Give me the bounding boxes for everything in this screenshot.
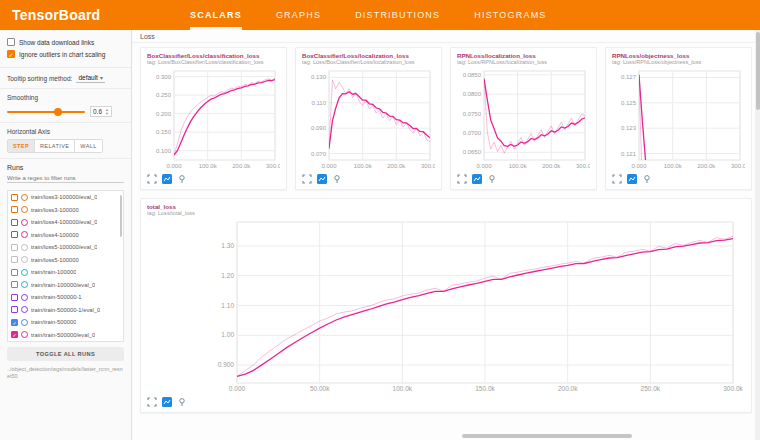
run-checkbox[interactable]	[11, 281, 18, 288]
axis-relative-button[interactable]: RELATIVE	[35, 140, 75, 152]
chart-tag: tag: Loss/BoxClassifier/Loss/localizatio…	[302, 59, 435, 65]
run-checkbox[interactable]: ✓	[11, 331, 18, 338]
run-item[interactable]: train/train-500000-1/eval_0	[8, 304, 123, 317]
fit-domain-icon[interactable]	[627, 174, 637, 184]
run-checkbox[interactable]	[11, 306, 18, 313]
fullscreen-icon[interactable]	[147, 397, 157, 407]
run-color-swatch	[21, 294, 28, 301]
tooltip-sort-select[interactable]: default ▾	[76, 73, 105, 83]
svg-text:100.0k: 100.0k	[354, 163, 373, 169]
pin-icon[interactable]	[177, 174, 187, 184]
svg-text:0.0800: 0.0800	[463, 91, 482, 97]
tab-graphs[interactable]: GRAPHS	[276, 0, 321, 30]
run-checkbox[interactable]	[11, 244, 18, 251]
svg-text:0.0750: 0.0750	[463, 111, 482, 117]
run-item[interactable]: train/loss4-100000/eval_0	[8, 216, 123, 229]
scalar-chart[interactable]: 0.0700.0900.1100.1300.000100.0k200.0k300…	[302, 67, 435, 171]
checkbox-icon[interactable]	[7, 38, 15, 46]
chart-toolbar	[302, 171, 435, 185]
svg-text:300.0k: 300.0k	[576, 163, 590, 169]
run-checkbox[interactable]	[11, 194, 18, 201]
run-item[interactable]: train/train-100000/eval_0	[8, 279, 123, 292]
run-checkbox[interactable]	[11, 256, 18, 263]
pin-icon[interactable]	[642, 174, 652, 184]
svg-text:0.300: 0.300	[156, 74, 172, 80]
chart-title: BoxClassifier/Loss/classification_loss	[147, 52, 280, 59]
run-item[interactable]: train/loss4-100000	[8, 229, 123, 242]
svg-text:200.0k: 200.0k	[232, 163, 251, 169]
tab-histograms[interactable]: HISTOGRAMS	[474, 0, 546, 30]
chart-card: BoxClassifier/Loss/localization_loss tag…	[295, 47, 442, 190]
toggle-all-runs-button[interactable]: TOGGLE ALL RUNS	[7, 347, 124, 361]
svg-text:1.00: 1.00	[221, 331, 234, 338]
horizontal-axis-group: STEPRELATIVEWALL	[7, 139, 103, 153]
svg-text:0.0850: 0.0850	[463, 72, 482, 78]
run-item[interactable]: train/train-100000	[8, 266, 123, 279]
chart-tag: tag: Loss/RPNLoss/objectness_loss	[612, 59, 745, 65]
chart-toolbar	[457, 171, 590, 185]
run-item[interactable]: train/loss3-100000	[8, 204, 123, 217]
pin-icon[interactable]	[487, 174, 497, 184]
svg-text:0.110: 0.110	[311, 100, 326, 106]
run-item[interactable]: ✓ train/train-500000/eval_0	[8, 329, 123, 342]
run-item[interactable]: train/train-500000-1	[8, 291, 123, 304]
vertical-scrollbar[interactable]	[756, 32, 760, 110]
pin-icon[interactable]	[332, 174, 342, 184]
run-label: train/loss5-100000	[31, 257, 79, 263]
pin-icon[interactable]	[177, 397, 187, 407]
fit-domain-icon[interactable]	[317, 174, 327, 184]
run-label: train/train-500000	[31, 319, 76, 325]
fit-domain-icon[interactable]	[162, 397, 172, 407]
tab-scalars[interactable]: SCALARS	[190, 0, 242, 30]
run-checkbox[interactable]	[11, 269, 18, 276]
svg-text:300.0k: 300.0k	[421, 163, 435, 169]
run-checkbox[interactable]: ✓	[11, 319, 18, 326]
svg-text:0.130: 0.130	[311, 74, 327, 80]
run-color-swatch	[21, 206, 28, 213]
chart-card: RPNLoss/localization_loss tag: Loss/RPNL…	[450, 47, 597, 190]
smoothing-value-input[interactable]: 0.6 ▲▼	[90, 106, 112, 117]
svg-text:100.0k: 100.0k	[393, 385, 413, 392]
run-checkbox[interactable]	[11, 219, 18, 226]
checkbox-checked-icon[interactable]: ✓	[7, 50, 15, 58]
axis-step-button[interactable]: STEP	[8, 140, 35, 152]
stepper-icon[interactable]: ▲▼	[105, 108, 109, 115]
horizontal-scrollbar[interactable]	[462, 434, 632, 438]
scalar-chart[interactable]: 0.1210.1230.1250.1270.000100.0k200.0k300…	[612, 67, 745, 171]
runs-scrollbar[interactable]	[120, 195, 122, 237]
run-color-swatch	[21, 244, 28, 251]
run-checkbox[interactable]	[11, 206, 18, 213]
tab-distributions[interactable]: DISTRIBUTIONS	[355, 0, 440, 30]
run-label: train/loss5-100000/eval_0	[31, 244, 97, 250]
sidebar-checkbox-row[interactable]: ✓Ignore outliers in chart scaling	[7, 50, 124, 59]
fullscreen-icon[interactable]	[457, 174, 467, 184]
run-item[interactable]: ✓ train/train-500000	[8, 316, 123, 329]
run-color-swatch	[21, 256, 28, 263]
svg-text:0.090: 0.090	[311, 125, 327, 131]
fullscreen-icon[interactable]	[612, 174, 622, 184]
smoothing-slider[interactable]	[7, 111, 85, 113]
total-loss-chart[interactable]: 0.9001.001.101.201.300.00050.00k100.0k15…	[147, 218, 745, 394]
run-checkbox[interactable]	[11, 294, 18, 301]
runs-filter-input[interactable]	[7, 174, 124, 183]
fit-domain-icon[interactable]	[162, 174, 172, 184]
run-checkbox[interactable]	[11, 231, 18, 238]
svg-text:0.000: 0.000	[631, 163, 647, 169]
run-item[interactable]: train/loss5-100000	[8, 254, 123, 267]
sidebar-checkbox-row[interactable]: Show data download links	[7, 38, 124, 47]
svg-text:1.20: 1.20	[221, 272, 234, 279]
scalar-chart[interactable]: 0.06500.07000.07500.08000.08500.000100.0…	[457, 67, 590, 171]
charts-row: BoxClassifier/Loss/classification_loss t…	[132, 43, 760, 190]
run-label: train/train-500000/eval_0	[31, 332, 95, 338]
fit-domain-icon[interactable]	[472, 174, 482, 184]
run-item[interactable]: train/loss5-100000/eval_0	[8, 241, 123, 254]
smoothing-value: 0.6	[93, 108, 102, 115]
axis-wall-button[interactable]: WALL	[75, 140, 101, 152]
scalar-chart[interactable]: 0.1000.1500.2000.2500.3000.000100.0k200.…	[147, 67, 280, 171]
slider-thumb[interactable]	[54, 108, 62, 116]
fullscreen-icon[interactable]	[302, 174, 312, 184]
run-item[interactable]: train/loss3-100000/eval_0	[8, 191, 123, 204]
svg-text:0.000: 0.000	[476, 163, 492, 169]
fullscreen-icon[interactable]	[147, 174, 157, 184]
svg-text:100.0k: 100.0k	[509, 163, 528, 169]
